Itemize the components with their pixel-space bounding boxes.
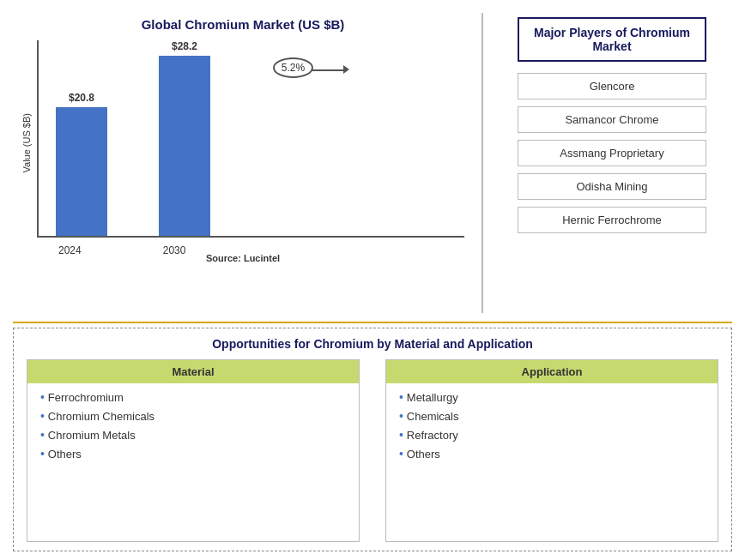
bar-group-2024: $20.8: [56, 92, 107, 236]
main-container: Global Chromium Market (US $B) Value (US…: [0, 0, 745, 560]
bar-group-2030: $28.2: [159, 40, 210, 236]
bar-2030: [159, 56, 210, 236]
arrow-head: [343, 65, 349, 74]
material-item-3: Chromium Metals: [40, 428, 346, 442]
bottom-columns: Material Ferrochromium Chromium Chemical…: [27, 359, 718, 542]
opportunities-title: Opportunities for Chromium by Material a…: [27, 337, 718, 351]
bottom-section: Opportunities for Chromium by Material a…: [13, 328, 732, 551]
player-item-3: Assmang Proprietary: [518, 140, 706, 166]
player-item-1: Glencore: [518, 73, 706, 99]
material-header: Material: [27, 360, 359, 383]
bar-label-2030: 2030: [163, 244, 186, 256]
cagr-annotation: 5.2%: [273, 57, 313, 78]
bar-value-2030: $28.2: [172, 40, 197, 52]
x-axis-labels: 2024 2030: [37, 241, 464, 256]
players-section: Major Players of Chromium Market Glencor…: [492, 9, 732, 317]
material-items: Ferrochromium Chromium Chemicals Chromiu…: [27, 383, 359, 467]
chart-area: Value (US $B) 5.2%: [21, 40, 464, 246]
material-column: Material Ferrochromium Chromium Chemical…: [27, 359, 360, 542]
top-section: Global Chromium Market (US $B) Value (US…: [13, 9, 732, 317]
application-column: Application Metallurgy Chemicals Refract…: [385, 359, 718, 542]
application-item-4: Others: [399, 447, 705, 461]
player-item-5: Hernic Ferrochrome: [518, 207, 706, 233]
material-item-2: Chromium Chemicals: [40, 409, 346, 423]
application-item-3: Refractory: [399, 428, 705, 442]
application-header: Application: [386, 360, 718, 383]
annotation-container: 5.2%: [273, 57, 313, 78]
material-item-1: Ferrochromium: [40, 390, 346, 404]
bars-container: 5.2% $20.8 $28.2: [37, 40, 464, 246]
bar-2024: [56, 107, 107, 236]
chart-section: Global Chromium Market (US $B) Value (US…: [13, 9, 473, 317]
chart-title: Global Chromium Market (US $B): [142, 17, 345, 32]
bars-row: 5.2% $20.8 $28.2: [37, 40, 464, 238]
arrow-line: [312, 69, 346, 71]
players-title: Major Players of Chromium Market: [518, 17, 706, 62]
application-item-1: Metallurgy: [399, 390, 705, 404]
player-item-4: Odisha Mining: [518, 173, 706, 200]
bar-value-2024: $20.8: [69, 92, 94, 104]
application-item-2: Chemicals: [399, 409, 705, 423]
material-item-4: Others: [40, 447, 346, 461]
horizontal-divider: [13, 322, 732, 323]
application-items: Metallurgy Chemicals Refractory Others: [386, 383, 718, 467]
y-axis-label: Value (US $B): [21, 113, 32, 173]
player-item-2: Samancor Chrome: [518, 106, 706, 133]
vertical-divider: [482, 13, 483, 313]
bar-label-2024: 2024: [58, 244, 82, 256]
